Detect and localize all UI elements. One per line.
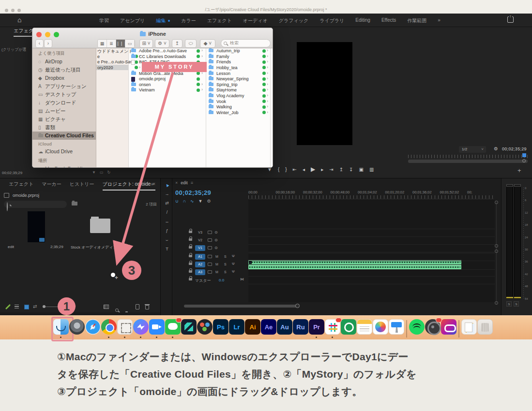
timeline-tab[interactable]: × edit ≡ (175, 180, 193, 185)
photos-icon[interactable] (373, 319, 388, 335)
lock-icon[interactable] (189, 246, 192, 249)
lock-icon[interactable] (189, 238, 192, 241)
sidebar-item-AirDrop[interactable]: ◌AirDrop (32, 58, 96, 66)
finder-icon[interactable] (53, 319, 69, 335)
tab-ヒストリー[interactable]: ヒストリー (70, 181, 94, 191)
audio-clip-lane[interactable] (248, 265, 461, 269)
mic-icon[interactable]: Ψ (232, 254, 235, 258)
track-target-icon[interactable] (208, 263, 212, 266)
project-nav-folder-icon[interactable] (72, 202, 77, 206)
file-row-Family[interactable]: Family› (206, 54, 270, 59)
file-row-e[interactable]: e› (96, 54, 128, 59)
keyframe-nav-icon[interactable]: ⋈ (240, 277, 244, 281)
scroll-handle[interactable] (495, 250, 498, 253)
premiere-rush-icon[interactable]: Ru (293, 319, 308, 335)
file-row-CC Libraries Downloads[interactable]: CC Libraries Downloads› (128, 54, 206, 59)
export-frame-icon[interactable]: ▣ (359, 167, 363, 172)
lift-icon[interactable]: ↥ (339, 167, 343, 172)
project-file-name[interactable]: omoide.prproj (13, 193, 39, 198)
automate-to-sequence-icon[interactable] (104, 305, 109, 309)
tab-マーカー[interactable]: マーカー (42, 181, 61, 191)
dock-item-lightroom[interactable]: Lr (229, 319, 244, 338)
trash-icon[interactable] (145, 305, 149, 309)
timeline-vertical-scrollbar[interactable] (496, 202, 497, 305)
track-target-icon[interactable] (208, 270, 212, 274)
dock-item-launchpad[interactable] (69, 319, 85, 338)
lock-icon[interactable] (189, 278, 192, 280)
dock-item-screen-capture[interactable] (341, 319, 356, 338)
workspace-tab-オーディオ[interactable]: オーディオ (243, 17, 268, 24)
list-view-icon[interactable] (15, 305, 19, 309)
share-button[interactable]: ↥ (172, 39, 182, 48)
messenger-icon[interactable] (133, 319, 149, 335)
sidebar-item-ムービー[interactable]: ▤ムービー (32, 107, 96, 115)
program-playhead-handle[interactable] (522, 159, 526, 162)
settings-wrench-icon[interactable]: ⚙ (494, 146, 498, 151)
lock-icon[interactable] (189, 255, 192, 257)
spotify-icon[interactable] (409, 319, 425, 335)
file-row-Friends[interactable]: Friends› (206, 59, 270, 65)
go-to-in-icon[interactable]: ⇤ (293, 167, 297, 172)
go-to-out-icon[interactable]: ⇥ (329, 167, 333, 172)
finder-window[interactable]: iPhone ‹ › ▦ ≣ ❘❘❘ ▭ ⊞ ˅ ⚙ ˅ ↥ ⬭ ◆ ˅ 検索 … (32, 28, 273, 168)
launchpad-icon[interactable] (69, 319, 85, 335)
meter-solo-button[interactable]: S (506, 301, 512, 307)
mic-icon[interactable]: Ψ (232, 270, 235, 273)
file-row-Vlog Academy[interactable]: Vlog Academy› (206, 93, 270, 99)
timeline-ruler-ticks[interactable] (248, 195, 494, 199)
screen-capture-icon[interactable] (341, 319, 356, 335)
master-volume-value[interactable]: 0.0 (219, 278, 224, 282)
premiere-pro-icon[interactable]: Pr (309, 319, 324, 335)
file-row-e Pre...o Auto-Save[interactable]: e Pre...o Auto-Save› (96, 59, 128, 65)
file-row-Vook[interactable]: Vook› (206, 99, 270, 104)
icon-view-icon[interactable]: ▦ (98, 40, 107, 47)
project-search-input[interactable] (4, 201, 67, 208)
project-item-name[interactable]: Stock オーディオメディア (71, 245, 117, 250)
home-icon[interactable]: ⌂ (17, 16, 21, 24)
timeline-timecode[interactable]: 00;02;35;29 (175, 189, 211, 196)
keynote-icon[interactable] (389, 319, 404, 335)
panel-overflow-icon[interactable]: » (151, 181, 154, 187)
program-scrollbar[interactable] (408, 160, 528, 163)
track-label-A1[interactable]: A1 (195, 254, 205, 260)
hand-tool-icon[interactable]: ⌣ (164, 237, 170, 243)
dock-item-filmora[interactable] (181, 319, 197, 338)
button-editor-plus[interactable]: + (517, 167, 521, 174)
file-row-Hobby_tea[interactable]: Hobby_tea› (206, 65, 270, 71)
scrollbar-knob[interactable] (295, 304, 300, 308)
track-eye-icon[interactable]: ⊙ (214, 230, 218, 235)
linked-selection-icon[interactable]: ∿ (190, 199, 194, 204)
play-icon[interactable]: ▶ (311, 166, 315, 173)
slip-tool-icon[interactable]: ↔ (164, 219, 170, 224)
dock-item-premiere-rush[interactable]: Ru (293, 319, 308, 338)
close-icon[interactable]: × (175, 180, 178, 185)
project-item-bin-icon[interactable] (90, 219, 110, 233)
trash-icon[interactable] (477, 319, 493, 335)
solo-button[interactable]: S (224, 263, 227, 266)
dock-item-notes[interactable] (357, 319, 372, 338)
workspace-tab-ライブラリ[interactable]: ライブラリ (319, 17, 344, 24)
dock-item-illustrator[interactable]: Ai (245, 319, 260, 338)
sidebar-item-ピクチャ[interactable]: ▦ピクチャ (32, 115, 96, 123)
program-playhead[interactable] (522, 153, 526, 157)
photoshop-icon[interactable]: Ps (213, 319, 228, 335)
project-item-name[interactable]: edit (8, 245, 14, 249)
track-label-V1[interactable]: V1 (195, 245, 205, 251)
mute-button[interactable]: M (215, 255, 218, 258)
zoom-icon[interactable] (149, 319, 165, 335)
dock-item-premiere-pro[interactable]: Pr (309, 319, 324, 338)
after-effects-icon[interactable]: Ae (261, 319, 276, 335)
new-item-icon[interactable] (136, 304, 139, 309)
workspace-tab-Effects[interactable]: Effects (381, 17, 396, 24)
track-target-icon[interactable] (208, 231, 212, 234)
sidebar-item-Dropbox[interactable]: ◆Dropbox (32, 74, 96, 82)
track-eye-icon[interactable]: ⊙ (214, 238, 218, 242)
lock-icon[interactable] (189, 231, 192, 233)
step-forward-icon[interactable]: ▸ (321, 167, 323, 172)
track-label-V3[interactable]: V3 (195, 230, 205, 235)
workspace-tab-カラー[interactable]: カラー (181, 17, 196, 24)
finder-titlebar[interactable]: iPhone ‹ › ▦ ≣ ❘❘❘ ▭ ⊞ ˅ ⚙ ˅ ↥ ⬭ ◆ ˅ 検索 (32, 28, 273, 48)
file-row-Walking[interactable]: Walking› (206, 104, 270, 110)
file-row-Autumn_trip[interactable]: Autumn_trip› (206, 48, 270, 54)
mark-in-icon[interactable]: { (278, 167, 279, 172)
